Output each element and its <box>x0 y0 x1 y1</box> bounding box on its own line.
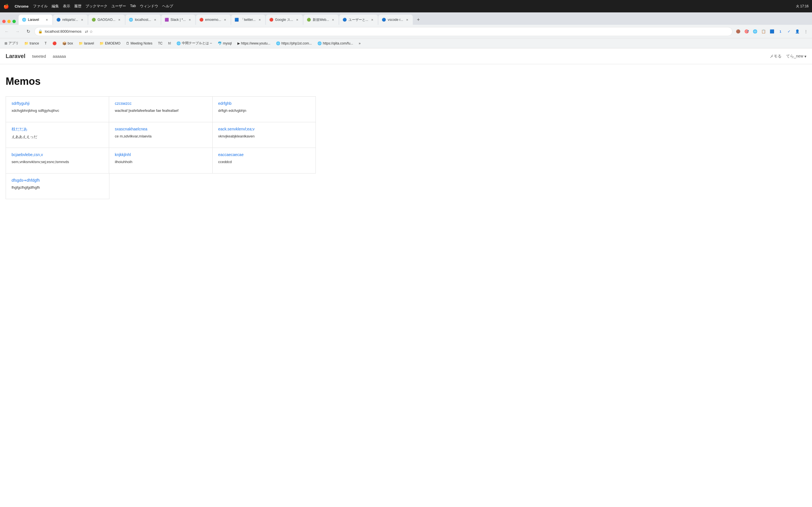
bookmark-meeting-notes[interactable]: 🗒 Meeting Notes <box>124 40 154 47</box>
menu-tab[interactable]: Tab <box>130 4 136 9</box>
menu-file[interactable]: ファイル <box>33 4 48 9</box>
reload-button[interactable]: ↻ <box>24 27 33 36</box>
bookmark-php1st[interactable]: 🌐 https://php1st.com... <box>274 40 314 47</box>
extension-icon-5[interactable]: 🟦 <box>768 27 776 36</box>
window-minimize[interactable] <box>7 20 11 23</box>
tab-label: reliqarts/... <box>62 18 78 22</box>
menu-icon[interactable]: ⋮ <box>802 27 810 36</box>
tab-close[interactable]: ✕ <box>295 17 299 22</box>
tab-close[interactable]: ✕ <box>117 17 121 22</box>
tab-google[interactable]: 🔴 Google ス... ✕ <box>266 15 303 25</box>
menu-view[interactable]: 表示 <box>63 4 70 9</box>
app-navbar: Laravel tweeted aaaaaa メモる てら_new ▾ <box>0 48 812 64</box>
bookmark-youtube[interactable]: ▶ https://www.youtu... <box>235 40 273 47</box>
tab-close[interactable]: ✕ <box>80 17 84 22</box>
memo-card-8[interactable]: eaccaecaecae cceddcd <box>213 148 315 173</box>
tab-favicon: 🔵 <box>56 18 61 22</box>
bookmark-chuukan[interactable]: 🌐 中間テーブルとは – <box>174 40 214 47</box>
tab-favicon: 🟪 <box>165 18 169 22</box>
window-maximize[interactable] <box>12 20 16 23</box>
bookmark-laravel[interactable]: 📁 laravel <box>77 40 96 47</box>
memo-card-1[interactable]: czcswzcc wacfeaf [eafefafeefeafae fae fe… <box>109 97 212 122</box>
memo-title: czcswzcc <box>115 101 206 106</box>
tab-slack[interactable]: 🟪 Slack | *... ✕ <box>161 15 195 25</box>
tab-localhost[interactable]: 🌐 localhost... ✕ <box>125 15 160 25</box>
tab-user[interactable]: 🔵 ユーザーと... ✕ <box>339 15 378 25</box>
tab-label: localhost... <box>135 18 151 22</box>
back-button[interactable]: ← <box>2 27 11 36</box>
tab-new-web[interactable]: 🟢 新規Web... ✕ <box>303 15 339 25</box>
account-icon[interactable]: 👤 <box>794 27 801 36</box>
tab-favicon: 🔴 <box>199 18 204 22</box>
memo-title: edrfghb <box>218 101 310 106</box>
bookmark-apps[interactable]: ⊞ アプリ <box>2 40 21 47</box>
memo-card-2[interactable]: edrfghb drftgh edcfvgbhjn <box>213 97 315 122</box>
bookmark-qiita[interactable]: 🌐 https://qiita.com/fu... <box>315 40 355 47</box>
memo-body: sem,vnlksnvklsnv;sej;esnc;lsmnvds <box>11 159 103 165</box>
menu-help[interactable]: ヘルプ <box>162 4 173 9</box>
tab-close[interactable]: ✕ <box>223 17 227 22</box>
app-brand[interactable]: Laravel <box>6 53 26 59</box>
bookmark-t[interactable]: T <box>42 40 49 47</box>
translate-icon[interactable]: ⇄ <box>85 29 88 34</box>
menu-window[interactable]: ウィンドウ <box>140 4 158 9</box>
tab-close[interactable]: ✕ <box>188 17 192 22</box>
reddit-icon: 🔴 <box>52 41 57 45</box>
bookmark-trance[interactable]: 📁 trance <box>22 40 41 47</box>
nav-link-memo[interactable]: メモる <box>770 54 781 59</box>
extension-icon-2[interactable]: 🎯 <box>743 27 751 36</box>
extension-icon-4[interactable]: 📋 <box>760 27 767 36</box>
bookmark-reddit[interactable]: 🔴 <box>50 40 59 47</box>
nav-link-aaaaaa[interactable]: aaaaaa <box>53 54 66 59</box>
menu-users[interactable]: ユーザー <box>111 4 126 9</box>
extension-icon-1[interactable]: 🟤 <box>734 27 742 36</box>
memo-card-3[interactable]: 枝だだあ えああええっだ <box>6 122 109 148</box>
bookmark-label: h! <box>168 41 171 45</box>
tab-close[interactable]: ✕ <box>370 17 374 22</box>
memo-card-5[interactable]: eack.senvklenvl;ea;v vknvjkeabjkleanlkav… <box>213 122 315 148</box>
memo-card-6[interactable]: bcjaebvlebe,csn,v sem,vnlksnvklsnv;sej;e… <box>6 148 109 173</box>
menu-edit[interactable]: 編集 <box>52 4 59 9</box>
address-bar[interactable]: 🔒 localhost:8000/memos ⇄ ☆ <box>35 27 732 36</box>
tab-emoemo[interactable]: 🔴 emoemo... ✕ <box>196 15 231 25</box>
nav-link-tweeted[interactable]: tweeted <box>32 54 46 59</box>
forward-button[interactable]: → <box>13 27 22 36</box>
memo-card-7[interactable]: knjkkjlnhl ilhoiuhhoih <box>109 148 212 173</box>
extension-icon-3[interactable]: 🌐 <box>751 27 759 36</box>
bookmark-box[interactable]: 📦 box <box>60 40 75 47</box>
apple-icon[interactable]: 🍎 <box>3 4 9 9</box>
memo-body: vknvjkeabjkleanlkaven <box>218 133 310 139</box>
tab-close[interactable]: ✕ <box>257 17 262 22</box>
user-dropdown[interactable]: てら_new ▾ <box>786 54 806 59</box>
star-icon[interactable]: ☆ <box>89 29 93 34</box>
folder-icon: 📁 <box>100 41 104 45</box>
tab-vscode[interactable]: 🔵 vscode r... ✕ <box>378 15 413 25</box>
memo-body: drftgh edcfvgbhjn <box>218 108 310 114</box>
window-close[interactable] <box>2 20 6 23</box>
tab-close[interactable]: ✕ <box>331 17 335 22</box>
new-tab-button[interactable]: + <box>414 16 422 24</box>
bookmark-mysql[interactable]: 🐬 mysql <box>215 40 234 47</box>
bookmark-label: box <box>68 41 73 45</box>
tab-label: Slack | *... <box>170 18 186 22</box>
bookmark-more[interactable]: » <box>356 40 363 47</box>
memo-title: sxascnakhaelcnea <box>115 127 206 131</box>
memo-card-0[interactable]: sdrftyguhji xdcfvgbhnjbhvg sdftgyhujihvc <box>6 97 109 122</box>
bookmark-h[interactable]: h! <box>166 40 173 47</box>
tab-laravel[interactable]: 🌐 Laravel ✕ <box>18 15 52 25</box>
extension-check[interactable]: ✓ <box>785 27 793 36</box>
tab-close[interactable]: ✕ <box>153 17 157 22</box>
tab-twitter[interactable]: 🟦 「twitter... ✕ <box>231 15 265 25</box>
tab-close[interactable]: ✕ <box>45 17 49 22</box>
menu-history[interactable]: 履歴 <box>74 4 82 9</box>
memo-card-4[interactable]: sxascnakhaelcnea ce m,sdvilkvar,mlaevla <box>109 122 212 148</box>
tab-close[interactable]: ✕ <box>405 17 409 22</box>
bookmark-tc[interactable]: TC <box>156 40 165 47</box>
bookmark-emoemo[interactable]: 📁 EMOEMO <box>97 40 123 47</box>
tab-gaogao[interactable]: 🟢 GAOGAO... ✕ <box>88 15 125 25</box>
tab-reliqarts[interactable]: 🔵 reliqarts/... ✕ <box>53 15 88 25</box>
extension-counter[interactable]: 1 <box>776 27 784 36</box>
menu-bookmarks[interactable]: ブックマーク <box>86 4 107 9</box>
memo-card-9[interactable]: dfsgds⇒dhfdgfh fhgfgcfhgfgdfhgfh <box>6 173 109 199</box>
page-content: Memos sdrftyguhji xdcfvgbhnjbhvg sdftgyh… <box>0 64 812 210</box>
